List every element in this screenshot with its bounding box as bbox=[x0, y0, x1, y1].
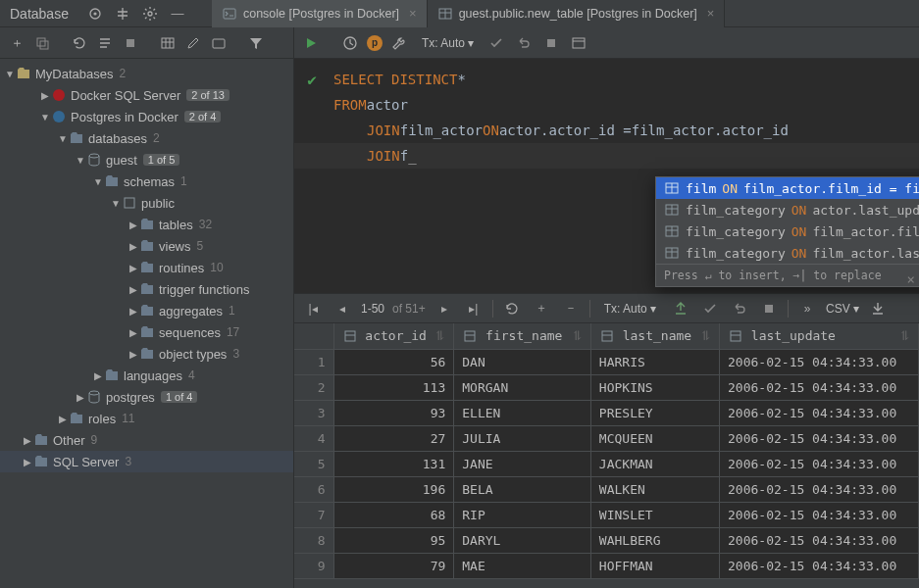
table-row[interactable]: 393ELLENPRESLEY2006-02-15 04:34:33.00 bbox=[294, 400, 919, 425]
tree-item-roles[interactable]: ▶roles11 bbox=[0, 408, 293, 429]
column-last_update[interactable]: last_update ⥮ bbox=[720, 323, 919, 349]
column-last_name[interactable]: last_name ⥮ bbox=[590, 323, 719, 349]
tab-label: console [Postgres in Docker] bbox=[243, 7, 399, 21]
tree-item-sequences[interactable]: ▶sequences17 bbox=[0, 321, 293, 343]
last-page-icon[interactable]: ▸| bbox=[463, 298, 485, 319]
tx-mode-results[interactable]: Tx: Auto ▾ bbox=[598, 302, 662, 316]
tree-item-Docker-SQL-Server[interactable]: ▶Docker SQL Server2 of 13 bbox=[0, 84, 293, 106]
history-icon[interactable] bbox=[339, 32, 361, 54]
target-icon[interactable] bbox=[84, 3, 106, 24]
results-grid[interactable]: actor_id ⥮ first_name ⥮ last_name ⥮ last… bbox=[294, 323, 919, 588]
more-icon[interactable]: » bbox=[796, 298, 818, 319]
run-icon[interactable] bbox=[300, 32, 322, 54]
tree-root[interactable]: ▼MyDatabases2 bbox=[0, 63, 293, 84]
column-first_name[interactable]: first_name ⥮ bbox=[454, 323, 591, 349]
tab-console[interactable]: console [Postgres in Docker] × bbox=[212, 0, 428, 27]
session-badge-icon[interactable]: p bbox=[367, 35, 383, 51]
tree-item-tables[interactable]: ▶tables32 bbox=[0, 214, 293, 235]
download-icon[interactable] bbox=[867, 298, 889, 319]
tree-item-aggregates[interactable]: ▶aggregates1 bbox=[0, 300, 293, 321]
tree-item-guest[interactable]: ▼guest1 of 5 bbox=[0, 149, 293, 171]
prev-page-icon[interactable]: ◂ bbox=[332, 298, 353, 319]
add-icon[interactable]: ＋ bbox=[6, 32, 27, 54]
ddl-icon[interactable] bbox=[94, 32, 116, 54]
svg-rect-26 bbox=[731, 331, 740, 341]
sql-icon[interactable] bbox=[208, 32, 230, 54]
tree-item-postgres[interactable]: ▶postgres1 of 4 bbox=[0, 386, 293, 408]
svg-point-2 bbox=[148, 12, 152, 16]
sqlserver-icon bbox=[51, 87, 67, 103]
completion-item[interactable]: film ON film_actor.film_id = film.film_i… bbox=[656, 177, 919, 199]
folder-icon bbox=[139, 238, 155, 254]
close-icon[interactable]: × bbox=[907, 271, 915, 287]
table-row[interactable]: 5131JANEJACKMAN2006-02-15 04:34:33.00 bbox=[294, 451, 919, 476]
tree-item-Other[interactable]: ▶Other9 bbox=[0, 429, 293, 451]
next-page-icon[interactable]: ▸ bbox=[434, 298, 455, 319]
duplicate-icon[interactable] bbox=[31, 32, 53, 54]
console-icon bbox=[222, 6, 237, 22]
column-actor_id[interactable]: actor_id ⥮ bbox=[333, 323, 454, 349]
completion-item[interactable]: film_category ON film_actor.film_id = fi… bbox=[656, 220, 919, 242]
export-format[interactable]: CSV ▾ bbox=[826, 302, 859, 316]
table-row[interactable]: 895DARYLWAHLBERG2006-02-15 04:34:33.00 bbox=[294, 527, 919, 553]
gear-icon[interactable] bbox=[139, 3, 161, 24]
wrench-icon[interactable] bbox=[388, 32, 410, 54]
folder-icon bbox=[139, 346, 155, 362]
tree-item-routines[interactable]: ▶routines10 bbox=[0, 257, 293, 278]
tree-item-SQL-Server[interactable]: ▶SQL Server3 bbox=[0, 451, 293, 472]
folder-icon bbox=[139, 217, 155, 232]
completion-item[interactable]: film_category ON film_actor.last_update … bbox=[656, 242, 919, 264]
close-icon[interactable]: × bbox=[707, 6, 715, 21]
refresh-icon[interactable] bbox=[69, 32, 90, 54]
tree-item-public[interactable]: ▼public bbox=[0, 192, 293, 214]
tree-item-views[interactable]: ▶views5 bbox=[0, 235, 293, 257]
reload-icon[interactable] bbox=[501, 298, 523, 319]
rollback-icon[interactable] bbox=[513, 32, 535, 54]
table-row[interactable]: 979MAEHOFFMAN2006-02-15 04:34:33.00 bbox=[294, 553, 919, 578]
add-row-icon[interactable]: ＋ bbox=[531, 298, 552, 319]
folder-icon bbox=[104, 368, 120, 383]
settings-icon[interactable] bbox=[568, 32, 589, 54]
edit-icon[interactable] bbox=[182, 32, 204, 54]
submit-icon[interactable] bbox=[670, 298, 691, 319]
table-icon bbox=[664, 202, 680, 218]
rownum-header[interactable] bbox=[294, 323, 333, 349]
commit-icon[interactable] bbox=[485, 32, 507, 54]
cancel-icon[interactable] bbox=[540, 32, 562, 54]
table-row[interactable]: 2113MORGANHOPKINS2006-02-15 04:34:33.00 bbox=[294, 374, 919, 400]
revert-icon[interactable] bbox=[729, 298, 750, 319]
completion-item[interactable]: film_category ON actor.last_update = fil… bbox=[656, 199, 919, 220]
commit-results-icon[interactable] bbox=[699, 298, 721, 319]
folder-icon bbox=[33, 432, 49, 448]
tree-item-databases[interactable]: ▼databases2 bbox=[0, 127, 293, 149]
svg-point-14 bbox=[89, 391, 99, 395]
tab-newtable[interactable]: guest.public.new_table [Postgres in Dock… bbox=[428, 0, 726, 27]
table-row[interactable]: 427JULIAMCQUEEN2006-02-15 04:34:33.00 bbox=[294, 425, 919, 451]
completion-popup[interactable]: film ON film_actor.film_id = film.film_i… bbox=[655, 176, 919, 287]
tree-item-schemas[interactable]: ▼schemas1 bbox=[0, 171, 293, 192]
tx-mode[interactable]: Tx: Auto ▾ bbox=[416, 36, 480, 50]
results-panel: |◂ ◂ 1-50 of 51+ ▸ ▸| ＋ － Tx: Auto ▾ » C… bbox=[294, 294, 919, 588]
collapse-icon[interactable] bbox=[112, 3, 133, 24]
first-page-icon[interactable]: |◂ bbox=[302, 298, 324, 319]
sql-editor[interactable]: ✔ SELECT DISTINCT * FROM actor JOIN film… bbox=[294, 59, 919, 294]
tree-item-object-types[interactable]: ▶object types3 bbox=[0, 343, 293, 365]
tree-item-languages[interactable]: ▶languages4 bbox=[0, 365, 293, 386]
table-view-icon[interactable] bbox=[157, 32, 179, 54]
table-icon bbox=[664, 180, 680, 196]
minimize-icon[interactable]: — bbox=[167, 3, 188, 24]
stop-results-icon[interactable] bbox=[758, 298, 780, 319]
remove-row-icon[interactable]: － bbox=[560, 298, 582, 319]
folder-icon bbox=[139, 324, 155, 340]
tree-item-Postgres-in-Docker[interactable]: ▼Postgres in Docker2 of 4 bbox=[0, 106, 293, 127]
svg-rect-16 bbox=[547, 39, 555, 47]
database-tree[interactable]: ▼MyDatabases2▶Docker SQL Server2 of 13▼P… bbox=[0, 59, 293, 588]
table-row[interactable]: 156DANHARRIS2006-02-15 04:34:33.00 bbox=[294, 349, 919, 374]
stop-icon[interactable] bbox=[120, 32, 141, 54]
tree-item-trigger-functions[interactable]: ▶trigger functions bbox=[0, 278, 293, 300]
close-icon[interactable]: × bbox=[409, 6, 417, 21]
folder-icon bbox=[139, 260, 155, 275]
table-row[interactable]: 6196BELAWALKEN2006-02-15 04:34:33.00 bbox=[294, 476, 919, 502]
table-row[interactable]: 768RIPWINSLET2006-02-15 04:34:33.00 bbox=[294, 502, 919, 527]
filter-icon[interactable] bbox=[245, 32, 267, 54]
